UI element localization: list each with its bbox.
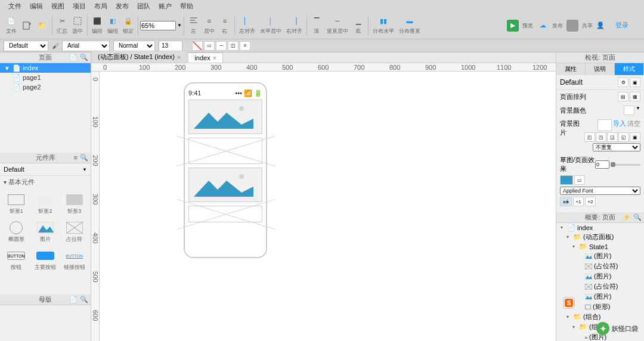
phone-mockup[interactable]: 9:41••• 📶 🔋	[184, 82, 267, 258]
tb-align-center[interactable]: ≡居中	[202, 12, 217, 39]
sketch-slider[interactable]	[611, 164, 640, 166]
border-color-btn[interactable]: ▭	[204, 41, 215, 51]
menu-help[interactable]: 帮助	[177, 1, 197, 12]
components-menu-icon[interactable]: ≡	[74, 154, 78, 162]
login-link[interactable]: 登录	[615, 21, 628, 30]
style-close-icon[interactable]: ▣	[630, 78, 640, 87]
tb-lock[interactable]: 🔒锁定	[120, 12, 136, 39]
placeholder-widget[interactable]	[188, 138, 262, 164]
tb-dist-v[interactable]: ▬分布垂直	[397, 12, 423, 39]
tb-obj-align-left[interactable]: ▏左对齐	[237, 12, 258, 39]
applied-font-select[interactable]: Applied Font	[560, 187, 640, 195]
outline-item[interactable]: (占位符)	[556, 281, 644, 292]
text-align-btn[interactable]: ≡	[240, 41, 250, 51]
menu-view[interactable]: 视图	[48, 1, 68, 12]
style-default-select[interactable]: Default	[4, 41, 48, 51]
paint-icon[interactable]: 🖌	[52, 42, 58, 49]
sketch-value-input[interactable]	[595, 160, 609, 169]
share-icon[interactable]	[566, 20, 578, 32]
align-left-btn[interactable]: ▤	[618, 92, 628, 101]
component-item[interactable]: 图片	[32, 219, 60, 246]
outline-filter-icon[interactable]: ⚡	[623, 213, 631, 221]
tb-new-page[interactable]	[19, 12, 35, 39]
style-gear-icon[interactable]: ⚙	[618, 78, 628, 87]
menu-project[interactable]: 项目	[69, 1, 89, 12]
component-item[interactable]: 占位符	[60, 219, 88, 246]
library-selector[interactable]: Default ▼	[0, 163, 91, 176]
outline-item[interactable]: (占位符)	[556, 261, 644, 271]
zoom-dropdown-icon[interactable]: ▼	[177, 23, 182, 28]
inspector-tab-notes[interactable]: 说明	[586, 63, 615, 75]
bgimage-preview[interactable]	[597, 119, 612, 131]
menu-publish[interactable]: 发布	[112, 1, 132, 12]
tb-open[interactable]: 📁	[35, 12, 50, 39]
menu-layout[interactable]: 布局	[91, 1, 111, 12]
placeholder-widget[interactable]	[188, 206, 262, 222]
tb-group-toggle[interactable]: ⬛编排	[89, 12, 105, 39]
tb-obj-align-right[interactable]: ▕右对齐	[284, 12, 305, 39]
menu-team[interactable]: 团队	[134, 1, 154, 12]
outline-search-icon[interactable]: 🔍	[633, 213, 642, 221]
sketch-color2[interactable]: ▭	[574, 175, 585, 185]
inspector-tab-props[interactable]: 属性	[556, 63, 586, 75]
component-item[interactable]: 椭圆形	[2, 219, 30, 246]
editor-tab[interactable]: (动态面板) / State1 (index)×	[91, 51, 187, 63]
dropdown-icon[interactable]: ▼	[636, 106, 640, 115]
page-tree-item[interactable]: ▾📄index	[0, 63, 91, 73]
tb-select[interactable]: 选中	[70, 12, 85, 39]
page-tree-item[interactable]: 📄page2	[0, 82, 91, 92]
master-add-icon[interactable]: 📄	[69, 296, 78, 303]
outline-item[interactable]: ▾📁(组合)	[556, 312, 644, 322]
font-select[interactable]: Arial	[62, 41, 110, 51]
tb-align-left[interactable]: 左	[186, 12, 202, 39]
font-plus2[interactable]: +2	[585, 197, 596, 206]
shadow-btn[interactable]: ◫	[228, 41, 239, 51]
clear-link[interactable]: 清空	[627, 119, 640, 131]
tb-cut[interactable]: ✂汇总	[54, 12, 70, 39]
editor-tab[interactable]: index×	[188, 52, 223, 63]
zoom-input[interactable]	[140, 21, 176, 30]
pages-add-icon[interactable]: 📄	[69, 54, 78, 61]
tb-obj-align-vcenter[interactable]: ─竖直居中	[324, 12, 351, 39]
tb-obj-align-hcenter[interactable]: │水平居中	[258, 12, 284, 39]
outline-item[interactable]: (图片)	[556, 251, 644, 261]
tb-align-right[interactable]: ≡右	[217, 12, 233, 39]
image-widget[interactable]	[188, 100, 262, 134]
design-canvas[interactable]: 0100200300400500600 9:41••• 📶 🔋	[91, 72, 556, 341]
fill-color-btn[interactable]	[192, 41, 203, 51]
pages-search-icon[interactable]: 🔍	[80, 54, 88, 61]
tb-obj-align-bottom[interactable]: ▁底	[351, 12, 366, 39]
image-widget[interactable]	[188, 168, 262, 202]
import-link[interactable]: 导入	[613, 119, 626, 131]
tb-obj-align-top[interactable]: ▔顶	[309, 12, 324, 39]
menu-account[interactable]: 账户	[155, 1, 175, 12]
bgcolor-swatch[interactable]	[624, 106, 634, 115]
align-tr[interactable]: ◲	[607, 132, 618, 142]
font-effect-a[interactable]: aǎ	[560, 197, 572, 206]
component-item[interactable]: 矩形3	[60, 191, 88, 218]
inspector-tab-style[interactable]: 样式	[615, 63, 644, 75]
component-item[interactable]: BUTTON链接按钮	[60, 247, 88, 274]
align-center-btn[interactable]: ▦	[630, 92, 640, 101]
align-ml[interactable]: ◱	[618, 132, 629, 142]
align-tl[interactable]: ◰	[584, 132, 595, 142]
repeat-select[interactable]: 不重复	[593, 143, 640, 151]
components-search-icon[interactable]: 🔍	[80, 154, 88, 162]
tb-ungroup[interactable]: ◧编组	[105, 12, 120, 39]
menu-edit[interactable]: 编辑	[26, 1, 47, 12]
close-icon[interactable]: ×	[213, 54, 216, 61]
font-size-input[interactable]	[159, 41, 182, 51]
component-item[interactable]: 矩形1	[2, 191, 30, 218]
page-tree-item[interactable]: 📄page1	[0, 73, 91, 82]
font-plus1[interactable]: +1	[573, 197, 584, 206]
cloud-upload-icon[interactable]: ☁	[537, 20, 549, 32]
component-item[interactable]: 矩形2	[32, 191, 60, 218]
align-tc[interactable]: ◳	[596, 132, 606, 142]
component-item[interactable]: 主要按钮	[32, 247, 60, 274]
tb-new[interactable]: 📄文件	[4, 12, 19, 39]
align-mc[interactable]: ▣	[630, 132, 640, 142]
preview-icon[interactable]: ▶	[507, 20, 519, 32]
tb-dist-h[interactable]: ▮▮分布水平	[370, 12, 397, 39]
sketch-color1[interactable]	[560, 175, 573, 185]
menu-file[interactable]: 文件	[5, 1, 25, 12]
